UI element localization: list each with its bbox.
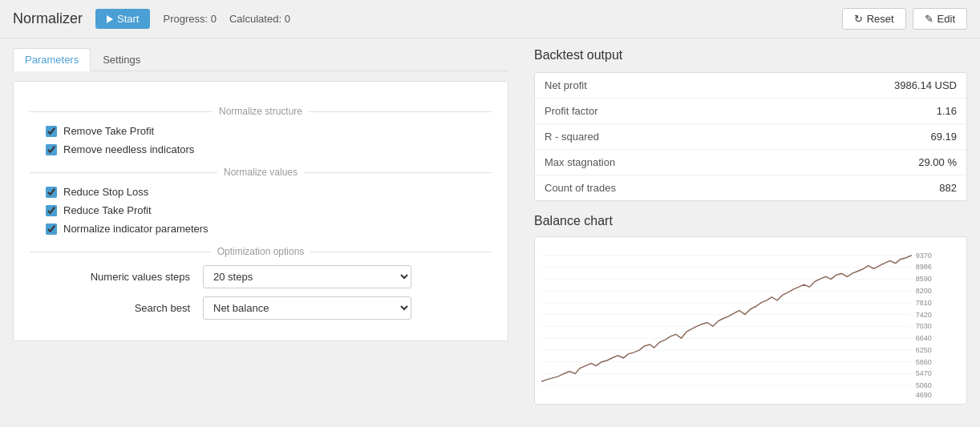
panel-content: Normalize structure Remove Take Profit R… <box>13 81 508 341</box>
count-trades-key: Count of trades <box>545 182 939 194</box>
reset-button[interactable]: ↻ Reset <box>842 8 906 30</box>
optimization-options-divider: Optimization options <box>30 246 492 257</box>
reduce-stop-loss-item: Reduce Stop Loss <box>46 186 492 198</box>
tab-settings[interactable]: Settings <box>91 48 152 70</box>
svg-text:6640: 6640 <box>916 334 932 342</box>
svg-text:8986: 8986 <box>916 264 932 272</box>
search-best-select[interactable]: Net balance Profit factor R-squared Max … <box>203 296 411 320</box>
reduce-take-profit-label: Reduce Take Profit <box>63 204 152 216</box>
start-label: Start <box>117 13 139 25</box>
backtest-title: Backtest output <box>534 48 967 62</box>
svg-text:7810: 7810 <box>916 299 932 307</box>
backtest-row: Count of trades 882 <box>535 175 966 200</box>
header-right: ↻ Reset ✎ Edit <box>842 8 967 30</box>
remove-take-profit-label: Remove Take Profit <box>63 125 154 137</box>
reduce-stop-loss-checkbox[interactable] <box>46 187 57 198</box>
app-title: Normalizer <box>13 10 83 27</box>
r-squared-val: 69.19 <box>930 131 957 143</box>
numeric-steps-select[interactable]: 5 steps 10 steps 20 steps 50 steps <box>203 265 411 288</box>
svg-text:9370: 9370 <box>916 252 932 260</box>
header: Normalizer Start Progress: 0 Calculated:… <box>0 0 980 38</box>
r-squared-key: R - squared <box>545 131 930 143</box>
calculated-label: Calculated: 0 <box>229 13 290 25</box>
edit-icon: ✎ <box>925 13 933 25</box>
play-icon <box>107 15 113 23</box>
normalize-structure-divider: Normalize structure <box>30 106 492 117</box>
edit-button[interactable]: ✎ Edit <box>913 8 967 30</box>
normalize-indicator-checkbox[interactable] <box>46 224 57 235</box>
numeric-steps-row: Numeric values steps 5 steps 10 steps 20… <box>30 265 492 288</box>
svg-text:5860: 5860 <box>916 358 932 366</box>
svg-text:8200: 8200 <box>916 287 932 295</box>
profit-factor-val: 1.16 <box>937 105 957 117</box>
backtest-table: Net profit 3986.14 USD Profit factor 1.1… <box>534 72 967 201</box>
remove-needless-label: Remove needless indicators <box>63 143 194 155</box>
backtest-row: Max stagnation 29.00 % <box>535 150 966 175</box>
left-panel: Parameters Settings Normalize structure … <box>0 38 521 427</box>
reduce-take-profit-item: Reduce Take Profit <box>46 204 492 216</box>
tabs: Parameters Settings <box>13 48 508 71</box>
chart-svg: 9370 8986 8590 8200 7810 7420 7030 6640 … <box>541 244 960 397</box>
remove-take-profit-checkbox[interactable] <box>46 126 57 137</box>
backtest-row: R - squared 69.19 <box>535 124 966 150</box>
search-best-row: Search best Net balance Profit factor R-… <box>30 296 492 320</box>
profit-factor-key: Profit factor <box>545 105 937 117</box>
count-trades-val: 882 <box>939 182 957 194</box>
remove-take-profit-item: Remove Take Profit <box>46 125 492 137</box>
reduce-take-profit-checkbox[interactable] <box>46 205 57 216</box>
search-best-label: Search best <box>30 302 190 314</box>
net-profit-val: 3986.14 USD <box>894 79 957 91</box>
max-stagnation-key: Max stagnation <box>545 156 918 168</box>
balance-chart: 9370 8986 8590 8200 7810 7420 7030 6640 … <box>534 236 967 405</box>
svg-text:8590: 8590 <box>916 275 932 283</box>
reset-icon: ↻ <box>854 13 863 25</box>
normalize-indicator-item: Normalize indicator parameters <box>46 223 492 235</box>
remove-needless-item: Remove needless indicators <box>46 143 492 155</box>
svg-text:6250: 6250 <box>916 346 932 354</box>
progress-label: Progress: 0 <box>163 13 217 25</box>
svg-text:7030: 7030 <box>916 322 932 330</box>
numeric-steps-label: Numeric values steps <box>30 271 190 283</box>
start-button[interactable]: Start <box>95 9 150 29</box>
svg-text:5470: 5470 <box>916 369 932 377</box>
balance-chart-title: Balance chart <box>534 214 967 228</box>
remove-needless-checkbox[interactable] <box>46 144 57 155</box>
max-stagnation-val: 29.00 % <box>918 156 957 168</box>
backtest-row: Net profit 3986.14 USD <box>535 73 966 99</box>
reduce-stop-loss-label: Reduce Stop Loss <box>63 186 148 198</box>
progress-info: Progress: 0 Calculated: 0 <box>163 13 290 25</box>
normalize-values-divider: Normalize values <box>30 167 492 178</box>
net-profit-key: Net profit <box>545 79 894 91</box>
normalize-indicator-label: Normalize indicator parameters <box>63 223 209 235</box>
backtest-row: Profit factor 1.16 <box>535 99 966 124</box>
right-panel: Backtest output Net profit 3986.14 USD P… <box>521 38 980 427</box>
tab-parameters[interactable]: Parameters <box>13 48 91 71</box>
svg-text:4690: 4690 <box>916 391 932 397</box>
main-content: Parameters Settings Normalize structure … <box>0 38 980 427</box>
svg-text:5060: 5060 <box>916 381 932 389</box>
svg-text:7420: 7420 <box>916 311 932 319</box>
